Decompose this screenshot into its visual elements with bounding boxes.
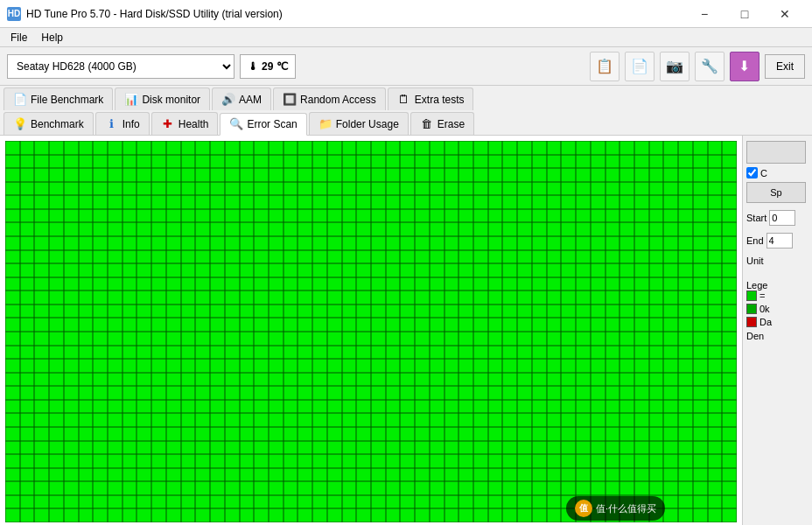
- temp-unit: ℃: [276, 60, 288, 73]
- close-button[interactable]: ✕: [765, 0, 805, 28]
- tab-erase-label: Erase: [438, 118, 465, 130]
- watermark-text: 值·什么值得买: [596, 502, 656, 515]
- tab-file-benchmark-label: File Benchmark: [31, 94, 103, 106]
- start-label: Start: [746, 213, 766, 223]
- checkbox-row: C: [746, 167, 808, 178]
- legend-text-0k: 0k: [760, 304, 770, 314]
- disk-monitor-icon: 📊: [124, 93, 138, 107]
- menu-bar: File Help: [0, 28, 812, 47]
- watermark-icon: 值: [575, 500, 592, 517]
- main-content: 值 值·什么值得买 C Sp Start End Unit Lege =: [0, 136, 812, 525]
- benchmark-icon: 💡: [13, 117, 27, 131]
- tab-folder-usage[interactable]: 📁 Folder Usage: [309, 112, 409, 135]
- temp-value: 29: [262, 60, 273, 73]
- end-row: End: [746, 233, 808, 248]
- tab-error-scan-label: Error Scan: [247, 118, 297, 130]
- den-label: Den: [746, 331, 808, 341]
- tab-info[interactable]: ℹ Info: [95, 112, 150, 135]
- legend-item-0k: 0k: [746, 304, 808, 314]
- legend-color-ok: [746, 290, 757, 301]
- end-input[interactable]: [766, 233, 793, 248]
- window-controls: − □ ✕: [684, 0, 805, 28]
- tab-info-label: Info: [122, 118, 140, 130]
- file-benchmark-icon: 📄: [13, 93, 27, 107]
- tab-random-access-label: Random Access: [300, 94, 376, 106]
- legend-color-damage: [746, 317, 757, 327]
- tab-erase[interactable]: 🗑 Erase: [410, 112, 474, 135]
- window-title: HD Tune Pro 5.70 - Hard Disk/SSD Utility…: [26, 8, 684, 20]
- copy-button[interactable]: 📋: [590, 52, 620, 81]
- tab-row-1: 📄 File Benchmark 📊 Disk monitor 🔊 AAM 🔲 …: [0, 86, 812, 110]
- tab-benchmark[interactable]: 💡 Benchmark: [4, 112, 94, 135]
- tab-aam[interactable]: 🔊 AAM: [212, 88, 271, 110]
- settings-button[interactable]: 🔧: [695, 52, 724, 81]
- drive-selector[interactable]: Seatay HD628 (4000 GB): [7, 54, 234, 79]
- tab-disk-monitor[interactable]: 📊 Disk monitor: [115, 88, 210, 110]
- menu-help[interactable]: Help: [34, 30, 70, 46]
- checkbox-label: C: [760, 168, 767, 178]
- tab-random-access[interactable]: 🔲 Random Access: [273, 88, 386, 110]
- info-icon: ℹ: [105, 117, 119, 131]
- legend-color-0k: [746, 304, 757, 314]
- legend-text-damage: Da: [760, 317, 772, 327]
- right-panel: C Sp Start End Unit Lege = 0k Da: [742, 136, 812, 525]
- tab-file-benchmark[interactable]: 📄 File Benchmark: [4, 88, 113, 110]
- minimize-button[interactable]: −: [684, 0, 724, 28]
- extra-tests-icon: 🗒: [397, 93, 411, 107]
- tab-error-scan[interactable]: 🔍 Error Scan: [220, 113, 306, 136]
- paste-button[interactable]: 📄: [625, 52, 654, 81]
- legend-text-ok: =: [760, 290, 765, 301]
- end-label: End: [746, 235, 764, 246]
- scroll-button[interactable]: [746, 141, 806, 164]
- start-row: Start: [746, 210, 808, 226]
- start-input[interactable]: [769, 210, 795, 226]
- watermark: 值 值·什么值得买: [566, 496, 665, 521]
- speed-button[interactable]: Sp: [746, 182, 806, 203]
- legend-box: Lege = 0k Da Den: [746, 276, 808, 341]
- tab-container: 📄 File Benchmark 📊 Disk monitor 🔊 AAM 🔲 …: [0, 86, 812, 136]
- toolbar: Seatay HD628 (4000 GB) 🌡 29 ℃ 📋 📄 📷 🔧 ⬇ …: [0, 47, 812, 86]
- legend-label: Lege: [746, 280, 808, 290]
- thermometer-icon: 🌡: [248, 60, 258, 73]
- option-checkbox[interactable]: [746, 167, 758, 178]
- health-icon: ✚: [161, 117, 175, 131]
- erase-icon: 🗑: [420, 117, 434, 131]
- legend-item-damage: Da: [746, 317, 808, 327]
- tab-disk-monitor-label: Disk monitor: [142, 94, 200, 106]
- unit-label: Unit: [746, 256, 808, 266]
- title-bar: HD HD Tune Pro 5.70 - Hard Disk/SSD Util…: [0, 0, 812, 28]
- folder-usage-icon: 📁: [318, 117, 332, 131]
- menu-file[interactable]: File: [4, 30, 34, 46]
- legend-item-ok: =: [746, 290, 808, 301]
- exit-button[interactable]: Exit: [765, 54, 805, 79]
- tab-extra-tests[interactable]: 🗒 Extra tests: [388, 88, 474, 110]
- maximize-button[interactable]: □: [724, 0, 765, 28]
- tab-extra-tests-label: Extra tests: [415, 94, 465, 106]
- tab-row-2: 💡 Benchmark ℹ Info ✚ Health 🔍 Error Scan…: [0, 110, 812, 135]
- app-icon: HD: [7, 7, 21, 21]
- tab-folder-usage-label: Folder Usage: [336, 118, 399, 130]
- aam-icon: 🔊: [221, 93, 235, 107]
- tab-benchmark-label: Benchmark: [31, 118, 84, 130]
- tab-aam-label: AAM: [239, 94, 262, 106]
- random-access-icon: 🔲: [283, 93, 297, 107]
- download-button[interactable]: ⬇: [730, 52, 760, 81]
- tab-health-label: Health: [178, 118, 209, 130]
- error-scan-icon: 🔍: [229, 117, 243, 131]
- screenshot-button[interactable]: 📷: [660, 52, 690, 81]
- temperature-display: 🌡 29 ℃: [240, 54, 296, 79]
- grid-area: 值 值·什么值得买: [0, 136, 742, 525]
- tab-health[interactable]: ✚ Health: [151, 112, 219, 135]
- error-scan-canvas: [5, 141, 737, 522]
